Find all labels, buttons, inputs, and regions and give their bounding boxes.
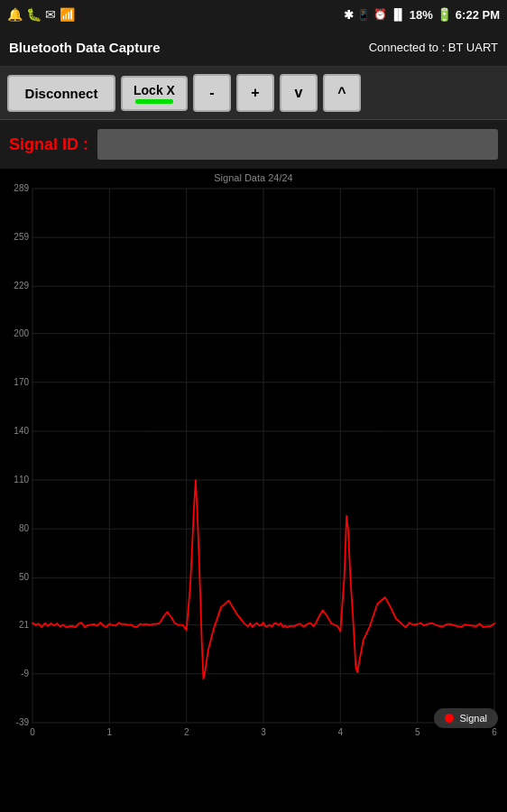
chart-title: Signal Data 24/24 (214, 172, 292, 183)
minus-button[interactable]: - (193, 74, 231, 112)
lock-x-button[interactable]: Lock X (121, 76, 188, 111)
status-bar: 🔔 🐛 ✉ 📶 ✱ 📱 ⏰ ▐▌ 18% 🔋 6:22 PM (0, 0, 507, 29)
signal-id-input[interactable] (97, 129, 498, 160)
bluetooth-icon: ✱ (344, 8, 354, 22)
legend-label: Signal (459, 713, 487, 724)
status-icons-right: ✱ 📱 ⏰ ▐▌ 18% 🔋 6:22 PM (344, 7, 500, 22)
connection-status: Connected to : BT UART (369, 41, 498, 54)
chart-area: Signal Data 24/24 Signal (0, 169, 507, 753)
signal-bars-icon: ▐▌ (391, 8, 406, 21)
wifi-icon: 📶 (60, 7, 75, 22)
chart-canvas (0, 169, 507, 753)
lock-x-label: Lock X (134, 83, 175, 97)
clock: 6:22 PM (456, 8, 500, 22)
down-button[interactable]: v (280, 74, 318, 112)
bug-icon: 🐛 (26, 7, 41, 22)
app-title: Bluetooth Data Capture (9, 40, 161, 55)
signal-id-label: Signal ID : (9, 135, 88, 154)
battery-icon: 🔋 (437, 7, 452, 22)
notification-icon: 🔔 (7, 7, 23, 22)
toolbar: Disconnect Lock X - + v ^ (0, 67, 507, 120)
lock-x-indicator (135, 99, 173, 104)
app-bar: Bluetooth Data Capture Connected to : BT… (0, 29, 507, 67)
alarm-icon: ⏰ (373, 8, 387, 21)
status-icons-left: 🔔 🐛 ✉ 📶 (7, 7, 75, 22)
chart-legend: Signal (434, 708, 498, 728)
email-icon: ✉ (45, 7, 56, 22)
disconnect-button[interactable]: Disconnect (7, 75, 115, 112)
plus-button[interactable]: + (236, 74, 274, 112)
signal-id-row: Signal ID : (0, 120, 507, 169)
battery-percent: 18% (410, 8, 433, 22)
legend-dot (445, 714, 454, 723)
sim-icon: 📱 (357, 9, 370, 21)
up-button[interactable]: ^ (323, 74, 361, 112)
